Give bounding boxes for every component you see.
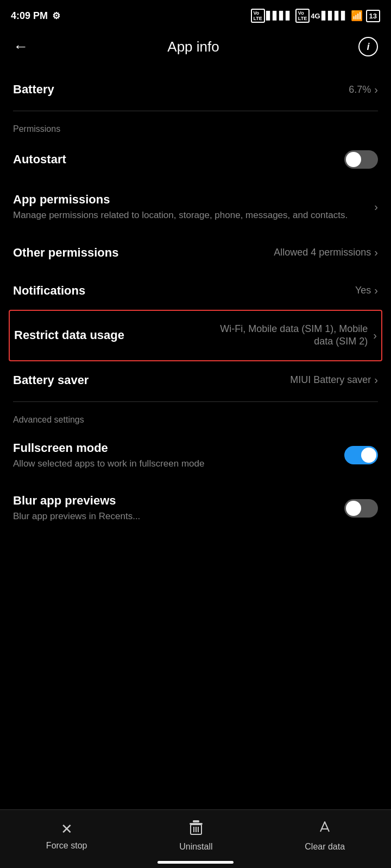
battery-right: 6.7% › [349,84,378,96]
network-4g: 4G [311,12,320,20]
autostart-item[interactable]: Autostart [13,138,378,181]
app-permissions-subtitle: Manage permissions related to location, … [13,209,374,222]
status-left: 4:09 PM ⚙ [11,10,60,22]
fullscreen-mode-toggle[interactable] [344,446,378,464]
blur-app-previews-title: Blur app previews [13,494,344,508]
force-stop-icon: ✕ [61,821,73,838]
signal-bars-2: ▋▋▋▋ [321,11,348,21]
fullscreen-mode-item[interactable]: Fullscreen mode Allow selected apps to w… [13,429,378,482]
battery-left: Battery [13,82,349,97]
volte-badge-1: VoLTE [251,9,265,23]
battery-saver-left: Battery saver [13,373,290,387]
autostart-title: Autostart [13,152,344,167]
uninstall-action[interactable]: Uninstall [179,820,212,852]
permissions-section-label: Permissions [13,113,378,138]
fullscreen-mode-title: Fullscreen mode [13,441,344,455]
restrict-data-value: Wi-Fi, Mobile data (SIM 1), Mobile data … [214,323,368,348]
app-permissions-right: › [374,201,378,213]
status-right: VoLTE ▋▋▋▋ VoLTE 4G ▋▋▋▋ 📶 13 [251,9,381,23]
notifications-value: Yes [355,285,371,296]
notifications-item[interactable]: Notifications Yes › [13,272,378,310]
restrict-data-left: Restrict data usage [14,328,214,342]
blur-app-previews-left: Blur app previews Blur app previews in R… [13,494,344,523]
uninstall-icon [189,820,203,839]
blur-app-previews-subtitle: Blur app previews in Recents... [13,510,344,523]
settings-icon: ⚙ [52,10,60,22]
other-permissions-value: Allowed 4 permissions [274,247,371,258]
other-permissions-chevron: › [374,246,378,259]
other-permissions-item[interactable]: Other permissions Allowed 4 permissions … [13,234,378,272]
fullscreen-mode-subtitle: Allow selected apps to work in fullscree… [13,457,344,470]
divider-2 [13,401,378,402]
wifi-icon: 📶 [351,10,363,22]
other-permissions-right: Allowed 4 permissions › [274,246,378,259]
bottom-spacer [13,535,378,600]
signal-group-1: VoLTE ▋▋▋▋ [251,9,292,23]
home-indicator [157,861,234,864]
signal-group-2: VoLTE 4G ▋▋▋▋ [295,9,348,23]
uninstall-label: Uninstall [179,842,212,852]
force-stop-label: Force stop [46,841,87,851]
app-permissions-chevron: › [374,201,378,213]
status-time: 4:09 PM [11,10,48,22]
page-title: App info [167,39,219,55]
fullscreen-mode-toggle-knob [361,448,376,463]
notifications-title: Notifications [13,284,355,298]
volte-badge-2: VoLTE [295,9,310,23]
battery-icon: 13 [366,10,380,22]
battery-saver-value: MIUI Battery saver [290,374,371,386]
battery-saver-chevron: › [374,374,378,386]
notifications-left: Notifications [13,284,355,298]
clear-data-icon [317,820,332,839]
battery-title: Battery [13,82,349,97]
restrict-data-title: Restrict data usage [14,328,214,342]
header: ← App info i [0,28,391,65]
signal-bars-1: ▋▋▋▋ [266,11,292,21]
autostart-toggle[interactable] [344,150,378,169]
bottom-bar: ✕ Force stop Uninstall Clear data [0,809,391,868]
blur-app-previews-toggle-knob [346,501,361,516]
force-stop-action[interactable]: ✕ Force stop [46,821,87,851]
other-permissions-title: Other permissions [13,246,274,260]
battery-saver-item[interactable]: Battery saver MIUI Battery saver › [13,361,378,399]
restrict-data-chevron: › [373,328,377,342]
divider-1 [13,111,378,111]
fullscreen-mode-left: Fullscreen mode Allow selected apps to w… [13,441,344,470]
info-icon-label: i [367,41,369,53]
battery-chevron: › [374,84,378,96]
status-bar: 4:09 PM ⚙ VoLTE ▋▋▋▋ VoLTE 4G ▋▋▋▋ 📶 13 [0,0,391,28]
autostart-left: Autostart [13,152,344,167]
restrict-data-item[interactable]: Restrict data usage Wi-Fi, Mobile data (… [9,310,382,361]
clear-data-label: Clear data [305,842,345,852]
notifications-right: Yes › [355,284,378,297]
battery-item[interactable]: Battery 6.7% › [13,71,378,108]
app-permissions-title: App permissions [13,193,374,207]
autostart-toggle-knob [346,152,361,167]
app-permissions-item[interactable]: App permissions Manage permissions relat… [13,181,378,234]
content: Battery 6.7% › Permissions Autostart App… [0,71,391,600]
notifications-chevron: › [374,284,378,297]
clear-data-action[interactable]: Clear data [305,820,345,852]
battery-level: 13 [369,12,377,20]
blur-app-previews-item[interactable]: Blur app previews Blur app previews in R… [13,482,378,535]
blur-app-previews-toggle[interactable] [344,499,378,518]
app-permissions-left: App permissions Manage permissions relat… [13,193,374,222]
other-permissions-left: Other permissions [13,246,274,260]
advanced-settings-label: Advanced settings [13,404,378,429]
battery-saver-right: MIUI Battery saver › [290,374,378,386]
battery-saver-title: Battery saver [13,373,290,387]
svg-rect-1 [193,820,199,822]
back-button[interactable]: ← [13,38,28,55]
info-button[interactable]: i [358,37,378,56]
restrict-data-right: Wi-Fi, Mobile data (SIM 1), Mobile data … [214,323,377,348]
battery-value: 6.7% [349,84,371,95]
